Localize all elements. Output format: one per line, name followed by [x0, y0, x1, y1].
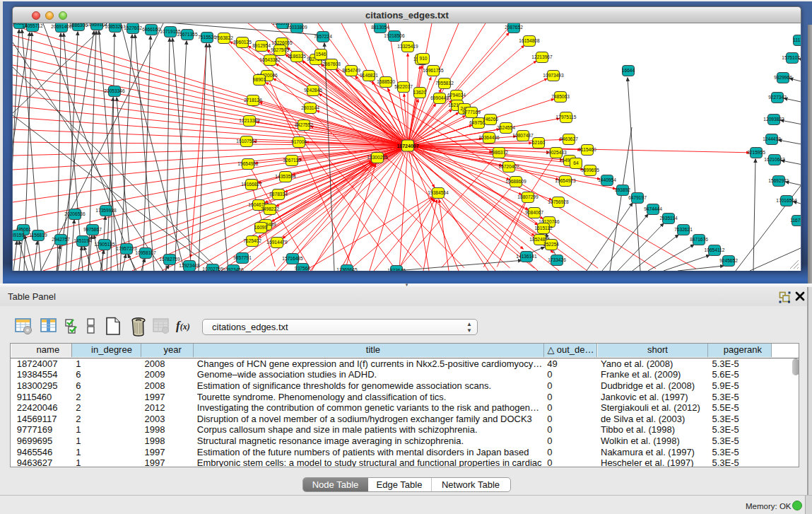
svg-text:12213967: 12213967: [531, 54, 553, 59]
svg-text:15692971: 15692971: [768, 178, 789, 183]
svg-text:10973493: 10973493: [543, 73, 564, 78]
svg-text:3267110: 3267110: [283, 158, 301, 163]
svg-text:8215955: 8215955: [747, 150, 765, 155]
svg-text:3498222: 3498222: [261, 206, 279, 211]
svg-text:7663822: 7663822: [215, 35, 233, 40]
svg-text:917004: 917004: [291, 139, 307, 144]
svg-text:893892: 893892: [615, 187, 630, 192]
svg-text:9886306: 9886306: [69, 23, 88, 28]
svg-text:7625402: 7625402: [243, 238, 261, 243]
svg-text:19384554: 19384554: [428, 190, 449, 195]
svg-text:6990448: 6990448: [430, 95, 449, 100]
svg-text:19166827: 19166827: [241, 182, 262, 187]
svg-text:1527602: 1527602: [124, 25, 142, 30]
svg-text:9327505: 9327505: [271, 47, 289, 52]
svg-text:12213389: 12213389: [239, 118, 260, 123]
svg-text:8471676: 8471676: [690, 237, 708, 242]
svg-text:2718126: 2718126: [244, 98, 262, 103]
svg-text:12093822: 12093822: [763, 117, 784, 122]
svg-text:16033809: 16033809: [286, 25, 307, 30]
svg-text:2942757: 2942757: [52, 237, 70, 242]
svg-text:15751074: 15751074: [782, 55, 801, 60]
svg-text:15716485: 15716485: [282, 256, 303, 261]
svg-text:39159: 39159: [13, 233, 24, 238]
svg-text:9474444: 9474444: [644, 206, 662, 211]
svg-text:20206536: 20206536: [64, 211, 86, 216]
svg-text:9227342: 9227342: [768, 95, 787, 100]
svg-text:16961755: 16961755: [423, 68, 444, 73]
svg-text:10958107: 10958107: [135, 250, 156, 255]
svg-text:1156819: 1156819: [29, 233, 47, 238]
svg-text:13620: 13620: [413, 90, 427, 95]
svg-text:12905135: 12905135: [94, 242, 115, 247]
svg-text:19218506: 19218506: [384, 33, 405, 38]
svg-text:16543382: 16543382: [259, 57, 281, 62]
svg-text:1733426: 1733426: [548, 257, 566, 262]
svg-text:1373645: 1373645: [387, 268, 406, 271]
svg-text:16099: 16099: [254, 225, 268, 230]
svg-text:16671355: 16671355: [177, 32, 198, 37]
svg-text:98901: 98901: [253, 77, 266, 82]
svg-text:18724007: 18724007: [396, 144, 418, 148]
svg-text:2867608: 2867608: [322, 62, 341, 66]
svg-text:16644: 16644: [622, 68, 635, 73]
svg-text:16210643: 16210643: [764, 157, 785, 162]
svg-text:17369645: 17369645: [336, 267, 358, 271]
svg-text:7485063: 7485063: [551, 94, 570, 99]
svg-text:19654923: 19654923: [555, 178, 576, 183]
svg-text:9463627: 9463627: [560, 136, 578, 141]
svg-text:10025433: 10025433: [546, 150, 567, 155]
svg-text:9975867: 9975867: [83, 227, 102, 232]
svg-text:19654952: 19654952: [237, 161, 259, 166]
svg-text:6794024: 6794024: [447, 93, 466, 98]
svg-text:6466160: 6466160: [142, 27, 160, 32]
svg-text:252254: 252254: [543, 242, 559, 247]
svg-text:6479197: 6479197: [628, 195, 647, 200]
svg-text:1615112: 1615112: [534, 226, 553, 230]
svg-text:16154808: 16154808: [519, 38, 540, 43]
svg-text:16782759: 16782759: [159, 257, 180, 262]
svg-text:5822037: 5822037: [394, 84, 413, 89]
svg-text:9242845: 9242845: [304, 88, 322, 93]
svg-text:8912954: 8912954: [252, 43, 271, 48]
svg-text:8960125: 8960125: [233, 40, 252, 45]
svg-text:1244419: 1244419: [763, 136, 781, 141]
svg-text:10702759: 10702759: [202, 267, 223, 271]
svg-text:62160: 62160: [532, 140, 546, 145]
svg-text:9899695: 9899695: [581, 168, 599, 173]
svg-text:17975115: 17975115: [556, 115, 577, 119]
svg-text:7857224: 7857224: [314, 34, 332, 39]
svg-text:17359928: 17359928: [95, 208, 117, 213]
svg-text:9329966: 9329966: [774, 75, 792, 80]
svg-text:20364436: 20364436: [478, 135, 500, 140]
svg-text:18807299: 18807299: [517, 194, 539, 199]
svg-text:16107552: 16107552: [236, 139, 257, 144]
svg-text:7632621: 7632621: [674, 227, 693, 232]
svg-text:910: 910: [419, 56, 427, 61]
svg-text:10923456: 10923456: [223, 267, 244, 271]
svg-text:2087652: 2087652: [505, 25, 523, 30]
svg-text:11172: 11172: [793, 37, 801, 42]
svg-text:8186325: 8186325: [288, 54, 306, 59]
svg-text:10807487: 10807487: [512, 133, 534, 138]
svg-text:116753: 116753: [790, 218, 801, 223]
svg-text:7515526: 7515526: [198, 35, 216, 40]
svg-text:10853267: 10853267: [105, 24, 126, 29]
svg-text:9857791: 9857791: [233, 255, 252, 260]
svg-text:64: 64: [573, 160, 579, 165]
svg-text:12923448: 12923448: [179, 263, 200, 268]
svg-text:7986372: 7986372: [490, 150, 508, 155]
svg-text:18300295: 18300295: [367, 155, 388, 160]
svg-text:3624554: 3624554: [497, 125, 515, 130]
svg-text:9146821: 9146821: [360, 73, 378, 78]
svg-text:1588520: 1588520: [377, 79, 395, 84]
svg-text:1451194: 1451194: [73, 238, 92, 243]
svg-text:8878334: 8878334: [269, 192, 288, 197]
svg-text:16914479: 16914479: [266, 240, 288, 245]
svg-text:8454749: 8454749: [342, 68, 360, 73]
svg-text:14055712: 14055712: [22, 23, 43, 28]
svg-text:19756928: 19756928: [548, 199, 569, 204]
svg-text:7955812: 7955812: [435, 81, 454, 86]
svg-text:9115460: 9115460: [578, 147, 596, 152]
svg-text:8813054: 8813054: [371, 25, 389, 30]
